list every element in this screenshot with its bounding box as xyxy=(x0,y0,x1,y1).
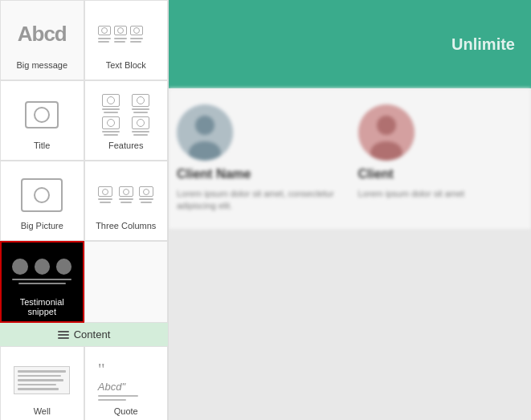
svg-point-4 xyxy=(377,116,396,135)
testimonial-name-2: Client xyxy=(358,167,394,181)
text-block-icon xyxy=(94,12,158,56)
features-label: Features xyxy=(108,141,143,150)
block-three-columns[interactable]: Three Columns xyxy=(84,161,169,241)
well-icon xyxy=(10,358,74,402)
block-title[interactable]: Title xyxy=(0,80,84,161)
preview-content: Unlimite Client Name Lorem ipsum dolor s… xyxy=(169,0,531,420)
quote-label: Quote xyxy=(114,406,138,416)
big-message-label: Big message xyxy=(16,60,67,70)
blocks-panel: Abcd Big message xyxy=(0,0,169,420)
testimonial-text-2: Lorem ipsum dolor sit amet xyxy=(358,188,465,200)
title-icon xyxy=(10,92,74,137)
well-label: Well xyxy=(34,406,51,416)
big-picture-icon xyxy=(10,173,74,217)
big-message-icon: Abcd xyxy=(10,12,74,56)
blocks-grid: Abcd Big message xyxy=(0,0,168,323)
block-empty xyxy=(84,241,169,323)
testimonial-text-1: Lorem ipsum dolor sit amet, consectetur … xyxy=(177,188,342,213)
testimonial-card-2: Client Lorem ipsum dolor sit amet xyxy=(358,104,524,200)
banner-text: Unlimite xyxy=(451,35,515,54)
text-block-label: Text Block xyxy=(106,60,146,70)
three-columns-label: Three Columns xyxy=(96,221,156,230)
menu-icon xyxy=(58,331,69,339)
preview-testimonials: Client Name Lorem ipsum dolor sit amet, … xyxy=(169,88,531,229)
block-quote[interactable]: " Abcd" Quote xyxy=(84,346,169,420)
big-picture-label: Big Picture xyxy=(21,221,63,230)
content-section-label: Content xyxy=(74,328,111,340)
content-blocks-grid: Well " Abcd" Quote xyxy=(0,346,168,420)
preview-panel: Unlimite Client Name Lorem ipsum dolor s… xyxy=(169,0,531,420)
preview-banner: Unlimite xyxy=(169,0,531,88)
block-big-picture[interactable]: Big Picture xyxy=(0,161,84,241)
title-label: Title xyxy=(34,141,50,150)
three-columns-icon xyxy=(94,173,158,217)
block-testimonial-snippet[interactable]: Testimonial snippet xyxy=(0,241,84,323)
content-section-header: Content xyxy=(0,323,168,346)
block-big-message[interactable]: Abcd Big message xyxy=(0,0,84,80)
testimonial-name-1: Client Name xyxy=(177,167,251,181)
avatar-2 xyxy=(358,104,415,161)
block-text-block[interactable]: Text Block xyxy=(84,0,169,80)
testimonial-card-1: Client Name Lorem ipsum dolor sit amet, … xyxy=(177,104,342,213)
avatar-1 xyxy=(177,104,233,161)
block-well[interactable]: Well xyxy=(0,346,84,420)
svg-point-1 xyxy=(195,116,214,135)
testimonial-icon xyxy=(10,249,74,293)
testimonial-label: Testimonial snippet xyxy=(5,297,80,316)
block-features[interactable]: Features xyxy=(84,80,169,161)
quote-icon: " Abcd" xyxy=(94,358,158,402)
features-icon xyxy=(94,92,158,137)
